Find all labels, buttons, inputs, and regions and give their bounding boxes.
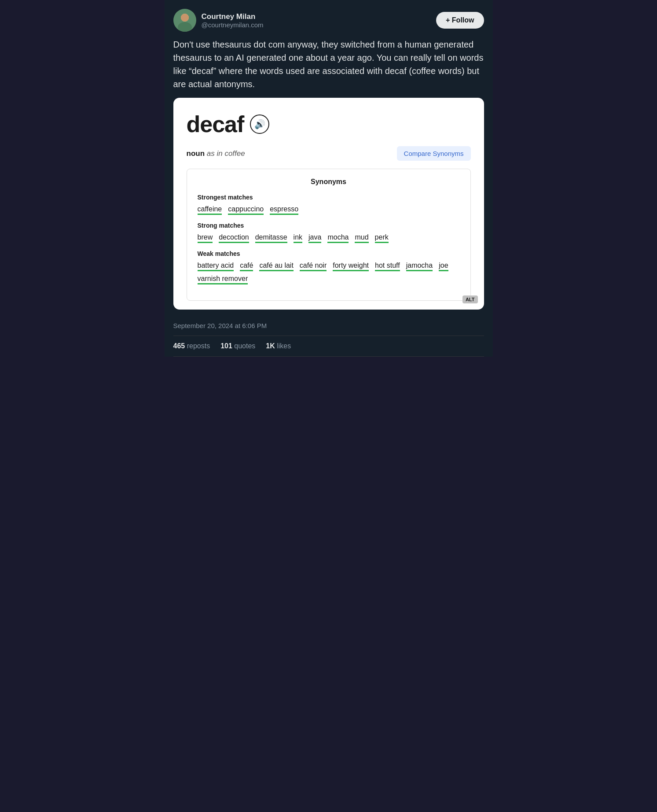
synonyms-box: Synonyms Strongest matches caffeine capp… <box>187 169 471 301</box>
tweet-header: Courtney Milan @courtneymilan.com + Foll… <box>173 9 484 32</box>
word-cafe-au-lait[interactable]: café au lait <box>259 262 293 271</box>
svg-point-3 <box>181 14 189 22</box>
user-handle: @courtneymilan.com <box>202 21 264 29</box>
word-title: decaf <box>187 111 244 137</box>
word-jamocha[interactable]: jamocha <box>406 262 433 271</box>
avatar-image <box>173 9 196 32</box>
compare-synonyms-button[interactable]: Compare Synonyms <box>397 146 471 161</box>
word-decoction[interactable]: decoction <box>219 233 249 243</box>
word-ink[interactable]: ink <box>294 233 302 243</box>
dictionary-card: decaf 🔊 noun as in coffee Compare Synony… <box>173 98 484 310</box>
word-cappuccino[interactable]: cappuccino <box>228 205 264 215</box>
word-header: decaf 🔊 <box>187 111 471 137</box>
weak-words-row1: battery acid café café au lait café noir… <box>198 262 460 271</box>
follow-button[interactable]: + Follow <box>436 12 484 29</box>
part-of-speech: noun <box>187 149 205 158</box>
word-forty-weight[interactable]: forty weight <box>333 262 369 271</box>
word-hot-stuff[interactable]: hot stuff <box>375 262 400 271</box>
speaker-icon: 🔊 <box>254 119 265 129</box>
reposts-label: reposts <box>187 342 210 350</box>
definition-context: as in coffee <box>207 149 245 158</box>
reposts-count: 465 <box>173 342 185 350</box>
timestamp: September 20, 2024 at 6:06 PM <box>173 316 484 336</box>
word-espresso[interactable]: espresso <box>270 205 298 215</box>
weak-words-row2: varnish remover <box>198 275 460 284</box>
word-java[interactable]: java <box>308 233 321 243</box>
weak-matches-section: Weak matches battery acid café café au l… <box>198 250 460 284</box>
weak-label: Weak matches <box>198 250 460 257</box>
stats-row: 465 reposts 101 quotes 1K likes <box>173 336 484 357</box>
strongest-label: Strongest matches <box>198 194 460 201</box>
quotes-count: 101 <box>220 342 232 350</box>
tweet-text: Don't use thesaurus dot com anyway, they… <box>173 38 484 91</box>
user-info: Courtney Milan @courtneymilan.com <box>173 9 264 32</box>
word-joe[interactable]: joe <box>439 262 448 271</box>
quotes-stat[interactable]: 101 quotes <box>220 342 255 350</box>
strong-matches-section: Strong matches brew decoction demitasse … <box>198 222 460 243</box>
alt-badge[interactable]: ALT <box>462 295 478 303</box>
likes-label: likes <box>277 342 291 350</box>
pos-text: noun as in coffee <box>187 149 245 158</box>
word-cafe[interactable]: café <box>240 262 253 271</box>
strong-label: Strong matches <box>198 222 460 229</box>
word-demitasse[interactable]: demitasse <box>255 233 287 243</box>
reposts-stat[interactable]: 465 reposts <box>173 342 210 350</box>
word-mud[interactable]: mud <box>355 233 368 243</box>
strongest-words-row: caffeine cappuccino espresso <box>198 205 460 215</box>
word-perk[interactable]: perk <box>375 233 389 243</box>
display-name: Courtney Milan <box>202 12 264 21</box>
word-varnish-remover[interactable]: varnish remover <box>198 275 248 284</box>
word-battery-acid[interactable]: battery acid <box>198 262 234 271</box>
pos-row: noun as in coffee Compare Synonyms <box>187 146 471 161</box>
likes-stat[interactable]: 1K likes <box>266 342 291 350</box>
strongest-matches-section: Strongest matches caffeine cappuccino es… <box>198 194 460 215</box>
word-brew[interactable]: brew <box>198 233 213 243</box>
word-caffeine[interactable]: caffeine <box>198 205 222 215</box>
sound-button[interactable]: 🔊 <box>250 114 269 134</box>
likes-count: 1K <box>266 342 275 350</box>
word-mocha[interactable]: mocha <box>327 233 349 243</box>
synonyms-title: Synonyms <box>198 178 460 186</box>
quotes-label: quotes <box>234 342 255 350</box>
tweet-card: Courtney Milan @courtneymilan.com + Foll… <box>165 0 493 357</box>
word-cafe-noir[interactable]: café noir <box>300 262 327 271</box>
avatar <box>173 9 196 32</box>
user-text: Courtney Milan @courtneymilan.com <box>202 12 264 29</box>
strong-words-row: brew decoction demitasse ink java mocha … <box>198 233 460 243</box>
